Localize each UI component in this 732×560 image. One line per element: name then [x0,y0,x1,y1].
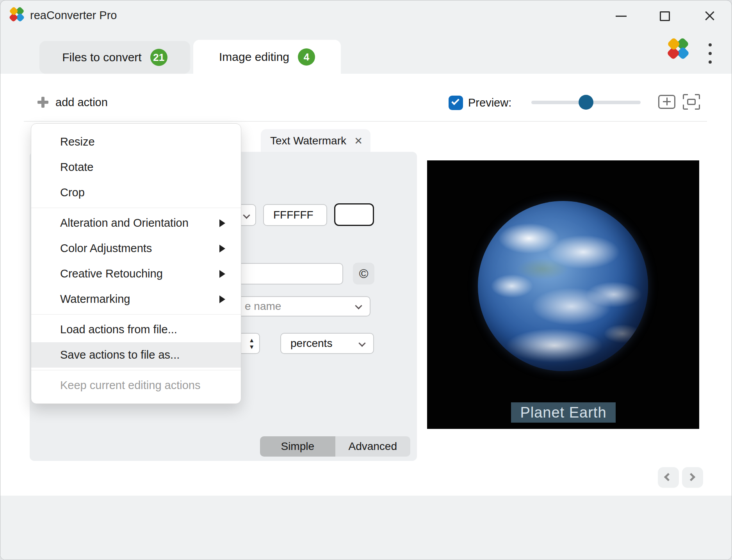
menu-item-resize[interactable]: Resize [31,129,241,155]
window-title: reaConverter Pro [30,8,117,22]
chevron-down-icon [243,212,250,219]
stepper-down-icon[interactable]: ▼ [249,344,255,350]
image-preview: Planet Earth [427,160,699,429]
font-color-hex-input[interactable]: FFFFFF [263,204,327,226]
submenu-arrow-icon [219,295,225,303]
menu-item-watermarking[interactable]: Watermarking [31,286,241,312]
watermark-overlay-text: Planet Earth [511,402,616,423]
submenu-arrow-icon [219,270,225,278]
submenu-arrow-icon [219,245,225,252]
close-button[interactable] [701,7,718,25]
check-icon [451,97,460,105]
preview-checkbox[interactable] [449,96,463,110]
actions-count-badge: 4 [298,48,315,66]
tab-image-editing[interactable]: Image editing 4 [193,40,341,74]
unit-dropdown[interactable]: percents [280,333,374,354]
menu-item-save-actions[interactable]: Save actions to file as... [31,342,241,368]
add-action-label: add action [55,96,108,109]
files-count-badge: 21 [150,49,167,66]
menu-item-label: Color Adjustments [60,242,152,255]
fit-to-screen-button[interactable] [683,94,700,110]
close-tab-icon[interactable]: ✕ [354,135,363,147]
add-action-button[interactable]: add action [37,93,108,111]
advanced-mode-button[interactable]: Advanced [335,436,411,457]
menu-item-crop[interactable]: Crop [31,180,241,205]
dropdown-value: e name [245,300,281,313]
simple-mode-button[interactable]: Simple [260,436,335,457]
actual-size-button[interactable] [658,95,675,109]
dropdown-value: percents [290,337,332,349]
preview-label: Preview: [468,96,511,109]
previous-image-button[interactable] [658,467,679,488]
app-logo-icon [6,4,28,26]
menu-item-label: Creative Retouching [60,267,163,280]
maximize-button[interactable] [656,7,673,25]
submenu-arrow-icon [219,219,225,227]
stepper-up-icon[interactable]: ▲ [249,337,255,343]
chevron-right-icon [687,473,695,481]
next-image-button[interactable] [682,467,703,488]
earth-image [478,201,648,371]
app-window: reaConverter Pro Files to convert 21 Ima… [0,0,732,560]
reaconverter-logo-icon [662,33,694,65]
mode-segmented-control: Simple Advanced [260,436,410,457]
output-bar: Save as JPG ⚙ to Subfolder: Converted Co… [0,496,732,560]
menu-item-color-adjustments[interactable]: Color Adjustments [31,236,241,261]
menu-item-alteration-and-orientation[interactable]: Alteration and Orientation [31,210,241,236]
menu-item-label: Alteration and Orientation [60,217,189,229]
preview-zoom-slider[interactable] [531,101,641,104]
copyright-symbol-button[interactable]: © [353,263,374,284]
plus-icon [37,97,48,108]
add-action-menu: Resize Rotate Crop Alteration and Orient… [31,123,241,404]
toolbar-separator [24,121,707,122]
chevron-down-icon [358,340,365,347]
menu-separator [31,370,241,370]
menu-item-keep-current-actions: Keep current editing actions [31,373,241,398]
menu-item-load-actions[interactable]: Load actions from file... [31,317,241,342]
chevron-left-icon [664,473,672,481]
tab-label: Files to convert [62,51,141,64]
menu-separator [31,314,241,315]
font-color-swatch[interactable] [334,203,374,226]
watermark-tab-label: Text Watermark [270,135,351,147]
tab-label: Image editing [219,50,289,64]
menu-item-rotate[interactable]: Rotate [31,155,241,180]
menu-item-creative-retouching[interactable]: Creative Retouching [31,261,241,286]
tab-text-watermark[interactable]: Text Watermark ✕ [261,129,370,153]
menu-separator [31,208,241,208]
minimize-button[interactable] [613,7,630,25]
slider-thumb[interactable] [579,95,593,110]
more-options-menu-icon[interactable] [709,43,712,64]
menu-item-label: Watermarking [60,293,130,306]
tab-files-to-convert[interactable]: Files to convert 21 [39,41,190,74]
chevron-down-icon [355,302,362,309]
